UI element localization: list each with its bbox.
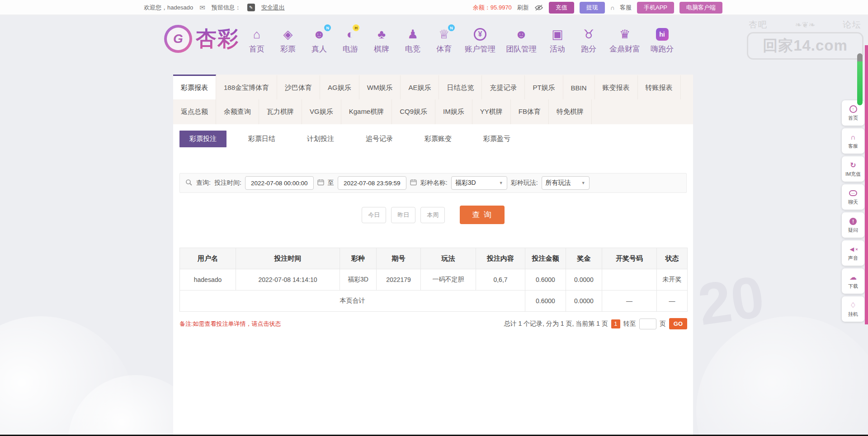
nav-item-egames[interactable]: ◐H 电游 [340,26,361,54]
today-button[interactable]: 今日 [362,207,386,223]
sidebar-item-sound[interactable]: ◄× 声音 [842,240,864,266]
subtab-lottery-bets[interactable]: 彩票投注 [179,131,226,147]
tab-fb-sport[interactable]: FB体育 [511,99,549,124]
sidebar-item-service[interactable]: ∩ 客服 [842,128,864,154]
tab-cq9[interactable]: CQ9娱乐 [392,99,435,124]
nav-item-esports[interactable]: ♟ 电竞 [402,26,423,54]
lottery-name-select[interactable]: 福彩3D ▼ [451,176,507,190]
tab-pt[interactable]: PT娱乐 [525,75,563,99]
tab-temian-chess[interactable]: 特免棋牌 [549,99,592,124]
tab-transfer-report[interactable]: 转账报表 [638,75,681,99]
refresh-link[interactable]: 刷新 [517,4,529,12]
nav-item-live-casino[interactable]: ☻N 真人 [309,26,330,54]
page-label: 页 [660,320,666,328]
cell-status[interactable]: 未开奖 [657,269,688,291]
tab-wali-chess[interactable]: 瓦力棋牌 [259,99,302,124]
date-to-input[interactable] [338,176,406,190]
tab-deposit-withdraw-records[interactable]: 充提记录 [482,75,525,99]
sidebar-item-idle[interactable]: ♢ 挂机 [842,296,864,322]
nav-item-hi-paofen[interactable]: hi 嗨跑分 [651,26,674,54]
recharge-button[interactable]: 充值 [549,2,574,14]
watermark-domain: 回家14.com [747,32,863,60]
lottery-name-label: 彩种名称: [420,179,448,187]
this-week-button[interactable]: 本周 [420,207,445,223]
tab-bbin[interactable]: BBIN [563,75,595,99]
calendar-icon[interactable] [410,179,417,187]
cell-draw-number [602,269,657,291]
play-type-select[interactable]: 所有玩法 ▼ [542,176,590,190]
tab-188-sport[interactable]: 188金宝博体育 [216,75,277,99]
nav-label: 账户管理 [465,44,495,54]
balance-value: 95.9970 [491,4,512,11]
pagination-summary: 总计 1 个记录, 分为 1 页, 当前第 1 页 [504,320,608,328]
nav-label: 体育 [436,44,452,54]
nav-item-team-management[interactable]: ☻ 团队管理 [506,26,537,54]
logo-letter: G [167,28,189,50]
col-prize: 奖金 [566,248,602,269]
logout-link[interactable]: 安全退出 [261,4,285,12]
subtab-lottery-account-change[interactable]: 彩票账变 [415,131,462,147]
go-button[interactable]: GO [669,318,687,329]
chevron-down-icon: ▼ [499,181,503,185]
current-page-badge[interactable]: 1 [611,319,620,328]
subtab-chase-records[interactable]: 追号记录 [356,131,403,147]
goto-page-input[interactable] [639,319,656,329]
tab-im[interactable]: IM娱乐 [435,99,472,124]
tab-ag[interactable]: AG娱乐 [320,75,359,99]
sidebar-label: 聊天 [848,199,858,206]
tab-ae[interactable]: AE娱乐 [401,75,439,99]
tab-balance-query[interactable]: 余额查询 [216,99,259,124]
sidebar-item-download[interactable]: ☁ 下载 [842,268,864,294]
nav-item-activities[interactable]: ▣ 活动 [547,26,568,54]
col-status: 状态 [657,248,688,269]
tab-lottery-report[interactable]: 彩票报表 [173,75,216,99]
nav-item-paofen[interactable]: ♉ 跑分 [578,26,599,54]
cell-username: hadesado [180,269,236,291]
gift-icon: ▣ [552,26,563,42]
subtab-plan-bets[interactable]: 计划投注 [297,131,344,147]
watermark-right-text: 论坛 [843,19,862,31]
to-label: 至 [328,179,334,187]
edit-icon[interactable]: ✎ [247,4,255,11]
tab-wm[interactable]: WM娱乐 [359,75,401,99]
mobile-app-button[interactable]: 手机APP [637,2,674,14]
nav-item-account-management[interactable]: ¥ 账户管理 [465,26,495,54]
summary-draw-dash: — [602,291,657,312]
nav-item-jinding-wealth[interactable]: ♛ 金鼎财富 [609,26,640,54]
nav-item-sports[interactable]: ♕N 体育 [434,26,454,54]
date-from-input[interactable] [245,176,314,190]
watermark: 杏吧 ❧❦❧ 论坛 回家14.com [747,19,863,60]
nav-label: 活动 [550,44,565,54]
scrollbar-thumb[interactable] [857,53,863,105]
yesterday-button[interactable]: 昨日 [391,207,415,223]
reserved-info-label: 预留信息： [212,4,241,12]
nav-label: 嗨跑分 [651,44,674,54]
pc-client-button[interactable]: 电脑客户端 [679,2,722,14]
nav-item-lottery[interactable]: ◈ 彩票 [278,26,298,54]
query-button[interactable]: 查 询 [460,206,505,224]
ding-vessel-icon: ♛ [619,26,630,42]
tab-rebate-total[interactable]: 返点总额 [173,99,216,124]
withdraw-button[interactable]: 提现 [580,2,605,14]
sidebar-item-question[interactable]: ! 疑问 [842,212,864,238]
headset-icon: ∩ [610,4,614,11]
home-up-icon: ↑ [849,105,857,114]
eye-off-icon[interactable] [534,5,543,11]
tab-account-change-report[interactable]: 账变报表 [595,75,638,99]
subtab-lottery-daily[interactable]: 彩票日结 [238,131,285,147]
mail-icon[interactable]: ✉ [199,4,205,12]
site-logo[interactable]: G 杏彩 [164,25,239,53]
sidebar-label: 挂机 [848,311,858,318]
subtab-lottery-profit-loss[interactable]: 彩票盈亏 [473,131,520,147]
calendar-icon[interactable] [317,179,324,187]
sidebar-item-chat[interactable]: … 聊天 [842,184,864,210]
tab-kgame[interactable]: Kgame棋牌 [341,99,392,124]
nav-item-home[interactable]: ⌂ 首页 [246,26,267,54]
customer-service-link[interactable]: 客服 [620,4,632,12]
tab-daily-summary[interactable]: 日结总览 [439,75,482,99]
tab-saba-sport[interactable]: 沙巴体育 [277,75,320,99]
tab-vg[interactable]: VG娱乐 [302,99,341,124]
sidebar-item-im-recharge[interactable]: ↻ IM充值 [842,156,864,182]
nav-item-board-games[interactable]: ♣ 棋牌 [371,26,392,54]
tab-yy-chess[interactable]: YY棋牌 [472,99,511,124]
